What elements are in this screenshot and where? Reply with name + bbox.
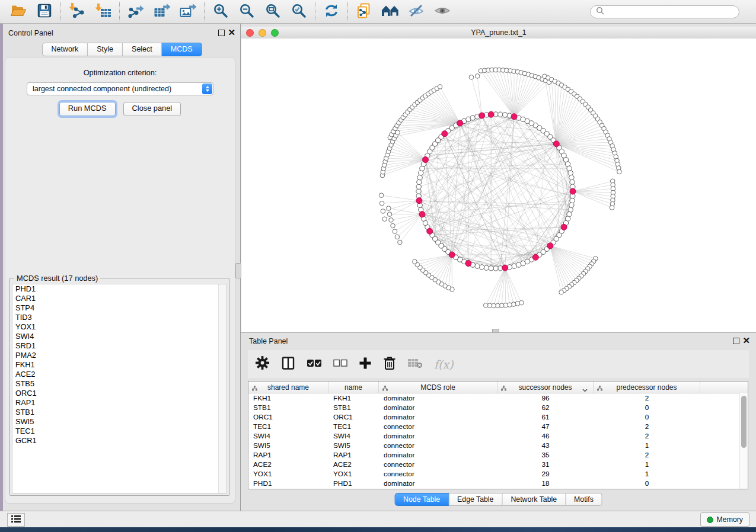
table-cell[interactable]: SWI4: [328, 431, 379, 441]
hide-selected-button[interactable]: [406, 3, 426, 21]
zoom-selected-button[interactable]: [289, 3, 309, 21]
result-list-item[interactable]: SWI4: [12, 332, 227, 341]
network-graph[interactable]: [241, 39, 756, 332]
table-cell[interactable]: 61: [497, 412, 594, 422]
table-cell[interactable]: 62: [497, 403, 594, 412]
table-cell[interactable]: ORC1: [248, 412, 328, 422]
tab-network-table[interactable]: Network Table: [502, 493, 566, 506]
float-table-panel-icon[interactable]: [733, 338, 739, 344]
close-table-panel-icon[interactable]: ✕: [742, 338, 750, 344]
table-cell[interactable]: 43: [497, 441, 594, 450]
export-image-button[interactable]: [178, 3, 198, 21]
table-cell[interactable]: dominator: [379, 403, 497, 412]
save-button[interactable]: [34, 3, 55, 21]
mcds-result-list[interactable]: PHD1CAR1STP4TID3YOX1SWI4SRD1PMA2FKH1ACE2…: [12, 284, 227, 493]
tab-network[interactable]: Network: [42, 43, 88, 56]
table-cell[interactable]: TEC1: [248, 422, 328, 431]
logs-button[interactable]: [7, 513, 25, 527]
run-mcds-button[interactable]: Run MCDS: [59, 102, 116, 116]
table-row[interactable]: SWI5SWI5connector431: [248, 441, 748, 450]
table-cell[interactable]: 0: [594, 403, 700, 412]
table-row[interactable]: ACE2ACE2connector311: [248, 460, 748, 469]
table-cell[interactable]: SWI4: [248, 431, 328, 441]
result-list-item[interactable]: STB1: [12, 408, 227, 417]
result-list-item[interactable]: SRD1: [12, 341, 227, 351]
settings-button[interactable]: [255, 355, 270, 373]
refresh-button[interactable]: [321, 3, 342, 21]
table-cell[interactable]: 47: [497, 422, 594, 431]
table-cell[interactable]: connector: [379, 422, 497, 431]
result-list-item[interactable]: PMA2: [12, 351, 227, 360]
table-cell[interactable]: ACE2: [328, 460, 379, 469]
table-cell[interactable]: PHD1: [248, 479, 328, 488]
result-list-scrollbar[interactable]: [218, 284, 227, 493]
table-cell[interactable]: connector: [379, 441, 497, 450]
table-cell[interactable]: 96: [497, 393, 594, 403]
table-cell[interactable]: PHD1: [328, 479, 379, 488]
table-cell[interactable]: TEC1: [328, 422, 379, 431]
zoom-out-button[interactable]: [237, 3, 257, 21]
table-cell[interactable]: 0: [594, 412, 700, 422]
select-checks-button[interactable]: [307, 355, 322, 373]
table-cell[interactable]: dominator: [379, 479, 497, 488]
close-panel-icon[interactable]: ✕: [228, 30, 235, 36]
result-list-item[interactable]: FKH1: [12, 360, 227, 370]
clear-checks-button[interactable]: [333, 355, 347, 373]
result-list-item[interactable]: PHD1: [12, 284, 227, 294]
table-cell[interactable]: RAP1: [328, 450, 379, 460]
tab-motifs[interactable]: Motifs: [566, 493, 602, 506]
result-list-item[interactable]: STB5: [12, 379, 227, 389]
column-header-name[interactable]: name: [328, 382, 379, 393]
table-cell[interactable]: dominator: [379, 412, 497, 422]
table-cell[interactable]: 1: [594, 469, 700, 479]
table-cell[interactable]: YOX1: [248, 469, 328, 479]
result-list-item[interactable]: STP4: [12, 303, 227, 313]
table-row[interactable]: FKH1FKH1dominator962: [248, 393, 748, 403]
result-list-item[interactable]: GCR1: [12, 436, 227, 446]
result-list-item[interactable]: TEC1: [12, 427, 227, 436]
import-table-button[interactable]: [93, 3, 113, 21]
columns-button[interactable]: [281, 355, 295, 373]
float-panel-icon[interactable]: [218, 30, 225, 36]
delete-column-button[interactable]: [383, 355, 396, 373]
table-cell[interactable]: dominator: [379, 431, 497, 441]
table-cell[interactable]: FKH1: [328, 393, 379, 403]
table-row[interactable]: STB1STB1dominator620: [248, 403, 748, 412]
table-cell[interactable]: SWI5: [328, 441, 379, 450]
table-cell[interactable]: YOX1: [328, 469, 379, 479]
table-cell[interactable]: 46: [497, 431, 594, 441]
add-column-button[interactable]: [359, 355, 372, 373]
table-cell[interactable]: STB1: [328, 403, 379, 412]
tab-style[interactable]: Style: [88, 43, 123, 56]
import-network-button[interactable]: [67, 3, 87, 21]
close-panel-button[interactable]: Close panel: [123, 102, 181, 116]
column-header-MCDS-role[interactable]: MCDS role: [379, 382, 497, 393]
table-row[interactable]: TEC1TEC1connector472: [248, 422, 748, 431]
table-cell[interactable]: ACE2: [248, 460, 328, 469]
zoom-in-button[interactable]: [210, 3, 231, 21]
table-row[interactable]: SWI4SWI4dominator462: [248, 431, 748, 441]
tab-mcds[interactable]: MCDS: [162, 43, 202, 56]
table-cell[interactable]: 31: [497, 460, 594, 469]
table-row[interactable]: YOX1YOX1connector291: [248, 469, 748, 479]
result-list-item[interactable]: ACE2: [12, 370, 227, 379]
result-list-item[interactable]: ORC1: [12, 389, 227, 398]
table-cell[interactable]: connector: [379, 460, 497, 469]
table-cell[interactable]: 2: [594, 422, 700, 431]
table-cell[interactable]: dominator: [379, 450, 497, 460]
table-cell[interactable]: RAP1: [248, 450, 328, 460]
result-list-item[interactable]: YOX1: [12, 322, 227, 332]
table-cell[interactable]: STB1: [248, 403, 328, 412]
table-cell[interactable]: 29: [497, 469, 594, 479]
table-cell[interactable]: 0: [594, 479, 700, 488]
table-cell[interactable]: SWI5: [248, 441, 328, 450]
export-table-button[interactable]: [152, 3, 172, 21]
show-all-button[interactable]: [432, 3, 452, 21]
table-cell[interactable]: 2: [594, 450, 700, 460]
result-list-item[interactable]: CAR1: [12, 294, 227, 303]
criterion-dropdown[interactable]: largest connected component (undirected): [27, 82, 213, 95]
delete-table-button[interactable]: [407, 355, 423, 373]
table-row[interactable]: PHD1PHD1dominator180: [248, 479, 748, 488]
table-cell[interactable]: 2: [594, 393, 700, 403]
table-cell[interactable]: 1: [594, 460, 700, 469]
